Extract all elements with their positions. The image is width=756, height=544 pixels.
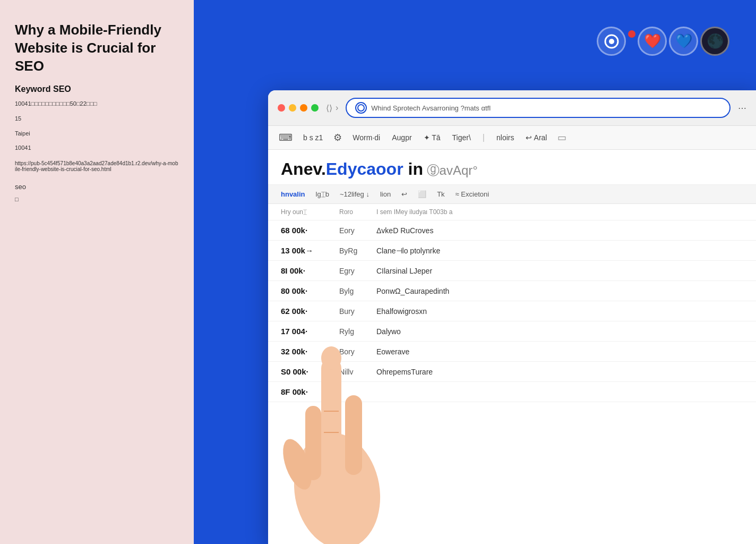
svg-point-1	[609, 39, 614, 44]
page-header: Anev.Edycaoor in ⓖavAqr°	[268, 150, 756, 185]
article-title: Why a Mobile-Friendly Website is Crucial…	[15, 21, 179, 75]
row7-kd: Bory	[339, 347, 366, 356]
th-hnvalin[interactable]: hnvalin	[281, 190, 305, 198]
svg-rect-9	[305, 406, 321, 480]
row4-keyword: PonwΩ_Caurapedinth	[376, 287, 743, 295]
right-panel: ❤️ 💙 🌑 ⟨⟩ › Whind Sprotech Avsarroning ?…	[194, 0, 756, 544]
deco-icon-4: 🌑	[700, 27, 729, 56]
back-icon[interactable]: ⟨⟩	[326, 103, 332, 113]
th-lgtb[interactable]: lg⌶b	[316, 190, 329, 198]
nav-controls: ⟨⟩ ›	[326, 103, 338, 113]
deco-icon-1	[597, 27, 626, 56]
th-tk[interactable]: Tk	[437, 190, 444, 198]
meta-text-1: 10041□□□□□□□□□□□50□22□□□	[15, 99, 179, 109]
tab-ta[interactable]: ✦ Tā	[423, 131, 442, 144]
row5-keyword: Ehalfowigrosxn	[376, 307, 743, 316]
traffic-lights	[278, 104, 319, 112]
tab-bsz1[interactable]: b s z1	[302, 131, 324, 144]
title-part4: ⓖavAqr°	[423, 163, 478, 177]
table-row[interactable]: S0 00k· Nillv OhrepemsTurare	[268, 362, 756, 382]
keyword-label: Keyword SEO	[15, 84, 179, 94]
svg-rect-8	[345, 395, 362, 475]
row2-volume: 13 00k→	[281, 246, 329, 255]
deco-icons: ❤️ 💙 🌑	[597, 27, 729, 56]
nav-tabs: ⌨ b s z1 ⚙ Worm·di Augpr ✦ Tā Tiger\ | n…	[268, 126, 756, 150]
table-row[interactable]: 68 00k· Eory ΔvkeD RuCroves	[268, 220, 756, 241]
table-row[interactable]: 8F 00k·	[268, 382, 756, 402]
meta-text-4: 10041	[15, 143, 179, 153]
row6-keyword: Dalywo	[376, 327, 743, 336]
row1-kd: Eory	[339, 226, 366, 235]
table-row[interactable]: 80 00k· Bylg PonwΩ_Caurapedinth	[268, 281, 756, 301]
row8-keyword: OhrepemsTurare	[376, 368, 743, 376]
tab-more-icon[interactable]: ▭	[557, 132, 566, 143]
row3-kd: Egry	[339, 267, 366, 275]
row3-volume: 8I 00k·	[281, 266, 329, 275]
tab-tiger[interactable]: Tiger\	[451, 131, 472, 144]
title-part1: Anev.	[281, 159, 326, 178]
title-part2: Edycaoor	[326, 159, 403, 178]
address-bar[interactable]: Whind Sprotech Avsarroning ?mats αtfl	[346, 98, 731, 118]
meta-text-2: 15	[15, 114, 179, 124]
close-button[interactable]	[278, 104, 285, 112]
address-text: Whind Sprotech Avsarroning ?mats αtfl	[371, 104, 721, 112]
svg-point-3	[285, 426, 389, 544]
row9-volume: 8F 00k·	[281, 387, 329, 396]
meta-text-3: Taipei	[15, 129, 179, 139]
row3-keyword: CIlarsinal LJeper	[376, 267, 743, 275]
col-header-isem: I sem IMey iludyaι T003b a	[376, 208, 743, 216]
left-panel: Why a Mobile-Friendly Website is Crucial…	[0, 0, 194, 544]
th-box[interactable]: ⬜	[418, 190, 426, 198]
minimize-button[interactable]	[289, 104, 296, 112]
table-row[interactable]: 8I 00k· Egry CIlarsinal LJeper	[268, 261, 756, 281]
table-row[interactable]: 32 00k· Bory Eowerave	[268, 342, 756, 362]
tab-worm[interactable]: Worm·di	[351, 131, 381, 144]
orange-button[interactable]	[300, 104, 307, 112]
table-row[interactable]: 62 00k· Bury Ehalfowigrosxn	[268, 301, 756, 321]
th-arrow[interactable]: ↩	[401, 190, 407, 198]
th-excietoni[interactable]: ≈ Excietoni	[456, 190, 489, 198]
table-row[interactable]: 17 004· Rylg Dalywo	[268, 321, 756, 342]
share-icon[interactable]: ⋯	[738, 103, 746, 113]
browser-logo-icon	[355, 102, 367, 114]
th-lion[interactable]: lion	[380, 190, 391, 198]
row2-keyword: Clane⊣lo ptolynrke	[376, 246, 743, 255]
table-header: hnvalin lg⌶b ~12lifeg ↓ lion ↩ ⬜ Tk ≈ Ex…	[268, 185, 756, 204]
url-text: https://pub-5c454f571b8e40a3a2aad27ade84…	[15, 160, 179, 172]
tag-seo: seo	[15, 183, 179, 191]
tab-icon-settings[interactable]: ⚙	[333, 132, 342, 143]
svg-point-2	[358, 105, 364, 111]
tab-nloirs[interactable]: nloirs	[495, 131, 515, 144]
row6-volume: 17 004·	[281, 327, 329, 336]
row7-keyword: Eowerave	[376, 347, 743, 356]
browser-window: ⟨⟩ › Whind Sprotech Avsarroning ?mats αt…	[268, 90, 756, 544]
browser-chrome: ⟨⟩ › Whind Sprotech Avsarroning ?mats αt…	[268, 90, 756, 126]
table-subheader: Hry oun⌶ Roro I sem IMey iludyaι T003b a	[268, 204, 756, 220]
row5-volume: 62 00k·	[281, 307, 329, 316]
deco-dot-red	[628, 30, 635, 38]
row2-kd: ByRg	[339, 246, 366, 255]
tab-icon-keyboard[interactable]: ⌨	[279, 132, 293, 143]
row8-volume: S0 00k·	[281, 367, 329, 376]
page-title: Anev.Edycaoor in ⓖavAqr°	[281, 159, 743, 179]
th-12lifeg[interactable]: ~12lifeg ↓	[340, 190, 370, 198]
row7-volume: 32 00k·	[281, 347, 329, 356]
row5-kd: Bury	[339, 307, 366, 316]
row1-volume: 68 00k·	[281, 226, 329, 235]
title-part3: in	[403, 159, 423, 178]
tab-aral[interactable]: ↩ Aral	[525, 131, 548, 144]
tab-divider: |	[483, 133, 485, 142]
col-header-hryoun: Hry oun⌶	[281, 208, 329, 216]
maximize-button[interactable]	[311, 104, 319, 112]
row4-kd: Bylg	[339, 287, 366, 295]
deco-icon-2: ❤️	[638, 27, 667, 56]
toolbar-icons: ⋯	[738, 103, 746, 113]
table-row[interactable]: 13 00k→ ByRg Clane⊣lo ptolynrke	[268, 241, 756, 261]
svg-point-10	[277, 435, 317, 493]
forward-icon[interactable]: ›	[336, 103, 338, 113]
tag-icon: □	[15, 196, 179, 202]
tab-augpr[interactable]: Augpr	[391, 131, 413, 144]
table-body: 68 00k· Eory ΔvkeD RuCroves 13 00k→ ByRg…	[268, 220, 756, 402]
col-header-roro: Roro	[339, 208, 366, 216]
row8-kd: Nillv	[339, 368, 366, 376]
